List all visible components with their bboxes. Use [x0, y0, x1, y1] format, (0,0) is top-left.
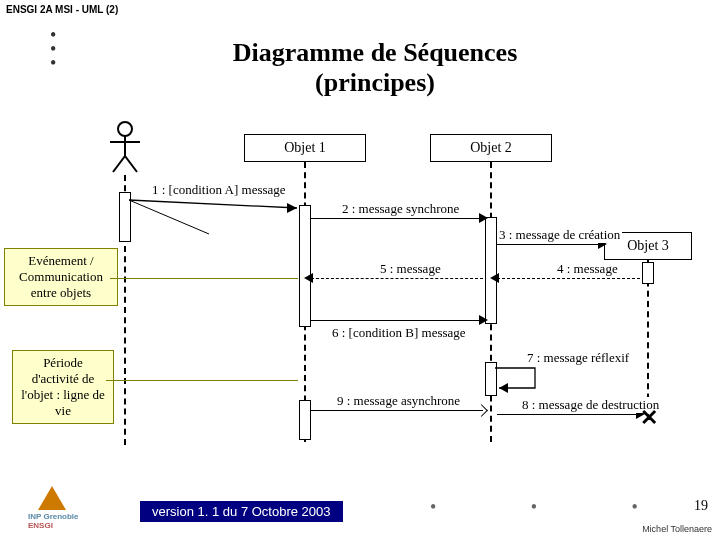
logo: INP Grenoble ENSGI	[28, 486, 79, 530]
message-9-arrow	[311, 410, 483, 411]
footer-version: version 1. 1 du 7 Octobre 2003	[140, 501, 343, 522]
message-1-alt-arrow	[129, 200, 299, 240]
object-1-header: Objet 1	[244, 134, 366, 162]
slide-title: Diagramme de Séquences (principes)	[170, 38, 580, 98]
message-5-arrow	[311, 278, 483, 279]
note-period-connector	[106, 380, 298, 381]
message-6-arrow	[311, 320, 483, 321]
actor-icon	[105, 120, 145, 175]
footer-dots: • • •	[430, 497, 683, 518]
message-6-label: 6 : [condition B] message	[330, 325, 468, 341]
message-9-label: 9 : message asynchrone	[335, 393, 462, 409]
message-9-arrowhead	[475, 404, 488, 417]
object-3-activation	[642, 262, 654, 284]
object-1-activation-2	[299, 400, 311, 440]
note-event: Evénement / Communication entre objets	[4, 248, 118, 306]
object-2-activation-1	[485, 217, 497, 324]
page-number: 19	[694, 498, 708, 514]
message-1-label: 1 : [condition A] message	[150, 182, 288, 198]
message-2-arrow	[311, 218, 483, 219]
footer-author: Michel Tollenaere	[642, 524, 712, 534]
course-tag: ENSGI 2A MSI - UML (2)	[6, 4, 118, 15]
message-8-arrow	[497, 414, 640, 415]
message-6-arrowhead	[479, 315, 488, 325]
message-5-label: 5 : message	[378, 261, 443, 277]
note-event-connector	[110, 278, 298, 279]
message-2-label: 2 : message synchrone	[340, 201, 461, 217]
object-3-lifeline	[647, 260, 649, 420]
svg-line-7	[129, 200, 209, 234]
object-1-activation-1	[299, 205, 311, 327]
decorative-bullets: •••	[50, 28, 56, 70]
message-4-arrow	[497, 278, 640, 279]
message-2-arrowhead	[479, 213, 488, 223]
logo-text-1: INP Grenoble	[28, 512, 79, 521]
svg-marker-8	[499, 383, 508, 393]
message-7-label: 7 : message réflexif	[525, 350, 631, 366]
svg-point-0	[118, 122, 132, 136]
svg-line-3	[113, 156, 125, 172]
message-4-arrowhead	[490, 273, 499, 283]
message-4-label: 4 : message	[555, 261, 620, 277]
object-2-header: Objet 2	[430, 134, 552, 162]
logo-triangle-icon	[38, 486, 66, 510]
message-3-label: 3 : message de création	[497, 227, 622, 243]
svg-line-4	[125, 156, 137, 172]
sequence-diagram: Objet 1 Objet 2 Objet 3 1 : [condition A…	[0, 120, 720, 460]
destruction-x-icon: ✕	[640, 405, 658, 431]
message-3-arrow	[497, 244, 602, 245]
logo-text-2: ENSGI	[28, 521, 79, 530]
message-7-arrow	[495, 364, 545, 394]
message-5-arrowhead	[304, 273, 313, 283]
note-period: Période d'activité de l'objet : ligne de…	[12, 350, 114, 424]
